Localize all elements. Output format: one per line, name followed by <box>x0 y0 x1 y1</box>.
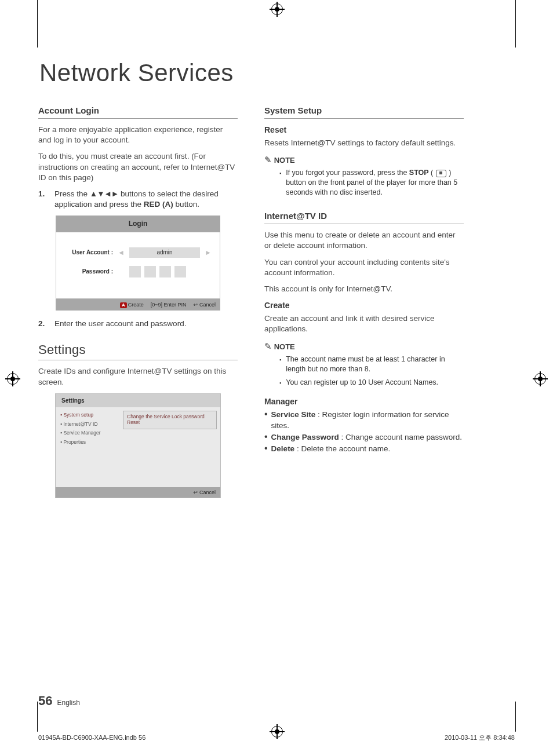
note-heading: ✎ NOTE <box>264 341 464 352</box>
foot-enter-pin: [0~9] Enter PIN <box>151 301 187 309</box>
manager-item: Service Site : Register login informatio… <box>264 410 464 430</box>
step-1-text: Press the ▲▼◄► buttons to select the des… <box>54 189 238 210</box>
itv-p1: Use this menu to create or delete an acc… <box>264 230 464 251</box>
user-account-label: User Account : <box>64 249 113 257</box>
manager-item: Delete : Delete the account name. <box>264 444 464 454</box>
create-text: Create an account and link it with desir… <box>264 313 464 334</box>
settings-item-service-manager[interactable]: Service Manager <box>60 429 115 437</box>
settings-item-properties[interactable]: Properties <box>60 438 115 447</box>
step-2-text: Enter the user account and password. <box>54 319 238 329</box>
foot-create[interactable]: ACreate <box>120 301 144 309</box>
account-p2: To do this, you must create an account f… <box>38 151 238 183</box>
page-title: Network Services <box>39 57 515 90</box>
stop-button-icon <box>436 170 446 177</box>
login-title: Login <box>56 216 220 232</box>
chevron-right-icon[interactable]: ► <box>205 248 212 257</box>
settings-item-system-setup[interactable]: System setup <box>60 411 115 419</box>
settings-intro: Create IDs and configure Internet@TV set… <box>38 366 238 387</box>
heading-create: Create <box>264 300 464 311</box>
settings-foot-cancel[interactable]: ↪ Cancel <box>193 490 216 495</box>
heading-settings: Settings <box>38 341 238 359</box>
settings-panel[interactable]: Change the Service Lock password Reset <box>123 411 217 429</box>
crop-mark-icon <box>271 3 283 15</box>
heading-manager: Manager <box>264 396 464 407</box>
heading-reset: Reset <box>264 125 464 136</box>
manager-item: Change Password : Change account name pa… <box>264 432 464 443</box>
password-label: Password : <box>64 268 113 276</box>
step-number: 2. <box>38 319 49 329</box>
step-number: 1. <box>38 189 49 210</box>
note-item: You can register up to 10 User Account N… <box>264 378 464 391</box>
settings-dialog: Settings System setup Internet@TV ID Ser… <box>55 393 221 499</box>
settings-item-internet-tv-id[interactable]: Internet@TV ID <box>60 420 115 429</box>
user-account-field[interactable]: admin <box>129 247 200 258</box>
note-item: The account name must be at least 1 char… <box>264 355 464 378</box>
password-field[interactable] <box>129 266 186 277</box>
crop-mark-icon <box>7 373 19 385</box>
note-item: If you forgot your password, press the S… <box>264 168 464 201</box>
account-p1: For a more enjoyable application experie… <box>38 125 238 145</box>
settings-title: Settings <box>56 394 220 408</box>
login-dialog: Login User Account : ◄ admin ► Password … <box>56 216 220 311</box>
itv-p3: This account is only for Internet@TV. <box>264 284 464 294</box>
heading-system-setup: System Setup <box>264 105 464 116</box>
heading-account-login: Account Login <box>38 105 238 116</box>
foot-cancel[interactable]: ↪ Cancel <box>193 301 216 309</box>
print-timestamp: 2010-03-11 오후 8:34:48 <box>445 733 515 742</box>
heading-internet-tv-id: Internet@TV ID <box>264 210 464 222</box>
page-number: 56 <box>38 692 52 710</box>
pencil-icon: ✎ <box>264 155 272 165</box>
page-language: English <box>57 698 79 707</box>
print-filename: 01945A-BD-C6900-XAA-ENG.indb 56 <box>38 733 145 742</box>
note-heading: ✎ NOTE <box>264 154 464 166</box>
itv-p2: You can control your account including c… <box>264 257 464 278</box>
pencil-icon: ✎ <box>264 341 272 351</box>
reset-text: Resets Internet@TV settings to factory d… <box>264 138 464 148</box>
crop-mark-icon <box>534 373 546 385</box>
chevron-left-icon[interactable]: ◄ <box>118 248 125 257</box>
